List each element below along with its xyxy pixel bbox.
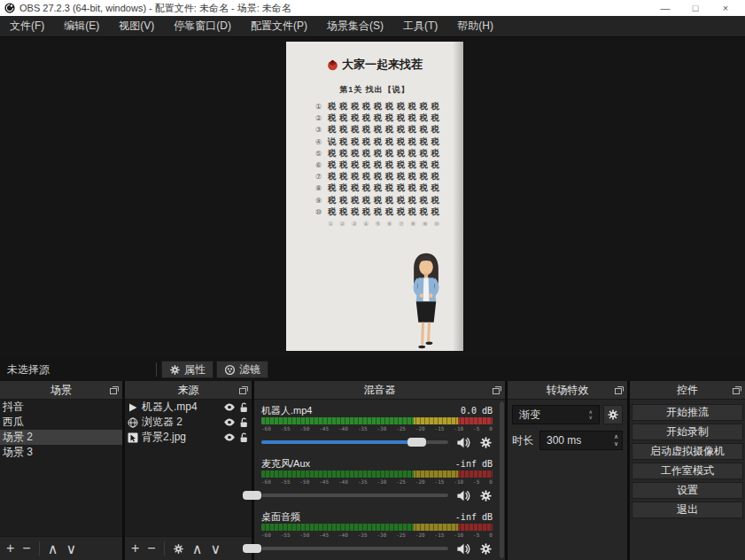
start-streaming-button[interactable]: 开始推流 xyxy=(632,404,743,421)
slider-handle[interactable] xyxy=(407,438,426,447)
add-scene-button[interactable]: + xyxy=(6,541,14,556)
channel-db-value: -inf dB xyxy=(455,512,493,522)
visibility-eye-icon[interactable] xyxy=(223,432,236,442)
grid-column-labels: ①②③④⑤⑥⑦⑧⑨⑩ xyxy=(328,221,439,228)
visibility-eye-icon[interactable] xyxy=(223,402,236,412)
speaker-icon[interactable] xyxy=(456,489,471,502)
source-toolbar: 未选择源 属性 滤镜 xyxy=(0,358,745,381)
menu-edit[interactable]: 编辑(E) xyxy=(54,16,109,36)
mixer-channel-mic: 麦克风/Aux -inf dB -60-55-50-45-40-35-30-25… xyxy=(261,457,493,504)
properties-button[interactable]: 属性 xyxy=(161,361,213,378)
meter-tick-labels: -60-55-50-45-40-35-30-25-20-15-10-50 xyxy=(261,531,493,539)
start-recording-button[interactable]: 开始录制 xyxy=(632,424,743,440)
mixer-scrollbar[interactable] xyxy=(500,401,504,558)
scene-item[interactable]: 场景 3 xyxy=(0,445,122,460)
channel-name: 机器人.mp4 xyxy=(261,404,312,417)
popout-icon[interactable] xyxy=(110,386,119,394)
mixer-channel-media: 机器人.mp4 0.0 dB -60-55-50-45-40-35-30-25-… xyxy=(261,404,493,451)
transition-select[interactable]: 渐变 ∧∨ xyxy=(512,405,600,424)
grid-row: ②税税税税税税税税税税 xyxy=(315,113,439,124)
scenes-header: 场景 xyxy=(0,381,122,400)
visibility-eye-icon[interactable] xyxy=(223,417,236,427)
popout-icon[interactable] xyxy=(733,386,741,394)
spinner-arrows-icon[interactable]: ∧∨ xyxy=(614,433,618,447)
transitions-header: 转场特效 xyxy=(508,381,627,400)
scene-item[interactable]: 西瓜 xyxy=(0,415,122,430)
grid-row: ①税税税税税税税税税税 xyxy=(315,101,439,113)
video-subtitle: 第1关 找出【说】 xyxy=(286,84,463,96)
maximize-button[interactable]: □ xyxy=(680,0,710,16)
source-properties-gear-icon[interactable] xyxy=(173,543,184,555)
remove-source-button[interactable]: − xyxy=(147,541,155,556)
filter-icon xyxy=(224,364,236,376)
grid-row: ④说税税税税税税税税税 xyxy=(315,136,439,148)
popout-icon[interactable] xyxy=(239,386,248,394)
filters-button[interactable]: 滤镜 xyxy=(216,361,268,378)
channel-name: 麦克风/Aux xyxy=(261,457,310,471)
lock-icon[interactable] xyxy=(239,432,249,443)
volume-slider[interactable] xyxy=(261,437,448,447)
grid-row: ⑦税税税税税税税税税税 xyxy=(315,171,439,183)
mixer-channel-desktop: 桌面音频 -inf dB -60-55-50-45-40-35-30-25-20… xyxy=(261,510,493,557)
menu-scene-collection[interactable]: 场景集合(S) xyxy=(317,16,393,36)
source-up-button[interactable]: ∧ xyxy=(192,541,203,557)
lock-icon[interactable] xyxy=(239,402,249,413)
remove-scene-button[interactable]: − xyxy=(22,541,30,556)
volume-slider[interactable] xyxy=(261,490,448,501)
media-icon xyxy=(128,402,138,413)
channel-settings-gear-icon[interactable] xyxy=(479,542,493,556)
scene-up-button[interactable]: ∧ xyxy=(48,541,58,557)
video-title: 大家一起来找茬 xyxy=(286,57,463,73)
channel-name: 桌面音频 xyxy=(261,510,300,524)
mixer-panel: 混音器 机器人.mp4 0.0 dB -60-55-50-45-40-35-30… xyxy=(254,381,505,560)
grid-row: ⑩税税税税税税税税税税 xyxy=(315,206,439,218)
menu-docks[interactable]: 停靠窗口(D) xyxy=(164,16,241,36)
controls-header: 控件 xyxy=(630,381,745,400)
audio-level-meter xyxy=(261,471,493,478)
menu-view[interactable]: 视图(V) xyxy=(109,16,164,36)
menu-tools[interactable]: 工具(T) xyxy=(393,16,447,36)
slider-handle[interactable] xyxy=(243,491,261,500)
studio-mode-button[interactable]: 工作室模式 xyxy=(632,463,743,479)
menu-profile[interactable]: 配置文件(P) xyxy=(241,16,317,36)
ladybug-icon xyxy=(327,59,338,71)
minimize-button[interactable]: — xyxy=(650,0,680,16)
menu-help[interactable]: 帮助(H) xyxy=(447,16,503,36)
meter-tick-labels: -60-55-50-45-40-35-30-25-20-15-10-50 xyxy=(261,424,493,432)
source-item[interactable]: 浏览器 2 xyxy=(125,415,252,430)
transition-settings-button[interactable] xyxy=(603,405,623,424)
toolbar-divider xyxy=(39,541,40,556)
channel-settings-gear-icon[interactable] xyxy=(479,436,493,449)
scene-down-button[interactable]: ∨ xyxy=(66,541,76,557)
sources-header: 来源 xyxy=(125,381,252,400)
close-button[interactable]: × xyxy=(710,0,741,16)
lock-icon[interactable] xyxy=(239,417,249,428)
menu-file[interactable]: 文件(F) xyxy=(0,16,54,36)
slider-handle[interactable] xyxy=(243,544,261,553)
speaker-icon[interactable] xyxy=(456,542,471,556)
add-source-button[interactable]: + xyxy=(131,541,139,556)
meter-tick-labels: -60-55-50-45-40-35-30-25-20-15-10-50 xyxy=(261,478,493,486)
scene-item-selected[interactable]: 场景 2 xyxy=(0,430,122,445)
duration-input[interactable]: 300 ms ∧∨ xyxy=(539,431,623,450)
source-item[interactable]: 背景2.jpg xyxy=(125,430,252,445)
scene-list: 抖音 西瓜 场景 2 场景 3 xyxy=(0,400,122,536)
scene-item[interactable]: 抖音 xyxy=(0,400,122,415)
channel-settings-gear-icon[interactable] xyxy=(479,489,493,502)
start-virtual-camera-button[interactable]: 启动虚拟摄像机 xyxy=(632,443,743,460)
source-down-button[interactable]: ∨ xyxy=(210,541,221,557)
popout-icon[interactable] xyxy=(615,386,624,394)
exit-button[interactable]: 退出 xyxy=(632,502,743,518)
speaker-icon[interactable] xyxy=(456,436,471,449)
popout-icon[interactable] xyxy=(493,386,501,394)
scenes-toolbar: + − ∧ ∨ xyxy=(0,536,122,560)
settings-button[interactable]: 设置 xyxy=(632,482,743,499)
dock-area: 场景 抖音 西瓜 场景 2 场景 3 + − ∧ ∨ 来源 xyxy=(0,381,745,560)
grid-row: ⑤税税税税税税税税税税 xyxy=(315,148,439,159)
source-list: 机器人.mp4 浏览器 2 背景2.jpg xyxy=(125,400,252,536)
preview-video[interactable]: 大家一起来找茬 第1关 找出【说】 ①税税税税税税税税税税 ②税税税税税税税税税… xyxy=(286,42,463,351)
audio-level-meter xyxy=(261,524,493,531)
volume-slider[interactable] xyxy=(261,543,448,554)
sources-toolbar: + − ∧ ∨ xyxy=(125,536,252,560)
source-item[interactable]: 机器人.mp4 xyxy=(125,400,252,415)
